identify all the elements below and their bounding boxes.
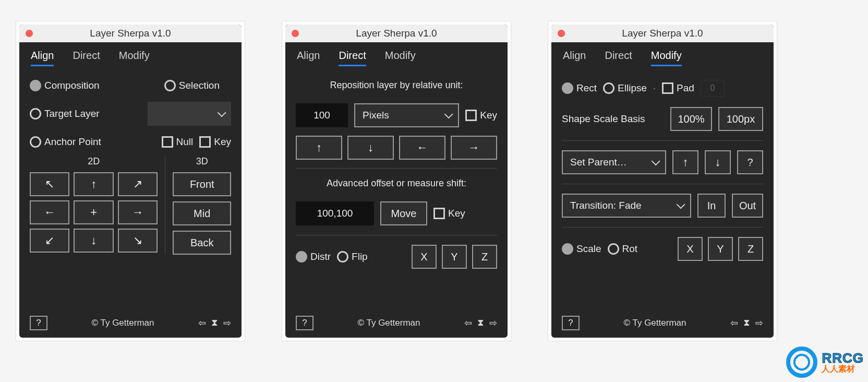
- move-button[interactable]: Move: [380, 201, 427, 225]
- align-sw-button[interactable]: ↙: [30, 229, 69, 253]
- arrow-se-icon: ↘: [133, 235, 142, 246]
- move-up-button[interactable]: ↑: [296, 136, 342, 160]
- tab-modify[interactable]: Modify: [385, 50, 416, 66]
- align-n-button[interactable]: ↑: [74, 172, 113, 196]
- credit: © Ty Getterman: [624, 318, 686, 328]
- check-key-advanced[interactable]: Key: [433, 208, 465, 219]
- help-button[interactable]: ?: [296, 316, 314, 330]
- move-down-button[interactable]: ↓: [347, 136, 394, 160]
- panel-direct: Layer Sherpa v1.0 Align Direct Modify Re…: [285, 25, 508, 338]
- check-pad[interactable]: Pad: [662, 82, 694, 94]
- axis-z-button[interactable]: Z: [738, 237, 763, 261]
- help-button[interactable]: ?: [30, 316, 47, 330]
- close-icon[interactable]: [26, 30, 33, 37]
- offset-input[interactable]: [296, 201, 374, 225]
- radio-icon: [603, 82, 614, 94]
- align-s-button[interactable]: ↓: [74, 229, 113, 253]
- nav-back-icon[interactable]: ⇦: [730, 317, 738, 329]
- axis-z-button[interactable]: Z: [472, 245, 497, 269]
- close-icon[interactable]: [292, 30, 299, 37]
- checkbox-icon: [199, 136, 211, 148]
- nav-forward-icon[interactable]: ⇨: [489, 317, 497, 329]
- radio-flip[interactable]: Flip: [337, 251, 368, 262]
- move-right-button[interactable]: →: [451, 136, 497, 160]
- parent-help-button[interactable]: ?: [737, 150, 763, 174]
- transition-select[interactable]: Transition: Fade: [562, 194, 691, 218]
- close-icon[interactable]: [558, 30, 565, 37]
- reposition-amount-input[interactable]: [296, 103, 348, 127]
- titlebar[interactable]: Layer Sherpa v1.0: [19, 25, 242, 42]
- nav-forward-icon[interactable]: ⇨: [223, 317, 231, 329]
- check-key[interactable]: Key: [199, 136, 231, 148]
- pad-value[interactable]: 0: [701, 80, 725, 97]
- watermark: RRCG 人人素材: [786, 347, 864, 362]
- unit-select[interactable]: Pixels: [354, 103, 459, 127]
- parent-down-button[interactable]: ↓: [705, 150, 731, 174]
- check-key-reposition[interactable]: Key: [465, 110, 497, 121]
- transition-out-button[interactable]: Out: [732, 194, 763, 218]
- target-layer-select[interactable]: [148, 102, 231, 126]
- tab-align[interactable]: Align: [563, 50, 586, 66]
- radio-target-layer[interactable]: Target Layer: [30, 108, 100, 120]
- axis-y-button[interactable]: Y: [442, 245, 467, 269]
- radio-composition[interactable]: Composition: [30, 80, 100, 91]
- help-button[interactable]: ?: [562, 316, 580, 330]
- panel-align: Layer Sherpa v1.0 Align Direct Modify Co…: [19, 25, 242, 338]
- scale-px-button[interactable]: 100px: [718, 107, 763, 131]
- tab-direct[interactable]: Direct: [605, 50, 632, 66]
- panel-modify-wrap: Layer Sherpa v1.0 Align Direct Modify Re…: [548, 21, 777, 341]
- scale-percent-button[interactable]: 100%: [670, 107, 712, 131]
- nav-forward-icon[interactable]: ⇨: [755, 317, 763, 329]
- tab-align[interactable]: Align: [31, 50, 54, 66]
- arrow-right-icon: →: [468, 142, 480, 153]
- watermark-logo-icon: [786, 347, 817, 362]
- check-null[interactable]: Null: [162, 136, 194, 148]
- radio-ellipse[interactable]: Ellipse: [603, 82, 647, 94]
- radio-icon: [608, 243, 619, 255]
- align-e-button[interactable]: →: [118, 200, 158, 224]
- titlebar[interactable]: Layer Sherpa v1.0: [285, 25, 508, 42]
- arrow-ne-icon: ↗: [133, 178, 142, 190]
- tab-align[interactable]: Align: [297, 50, 320, 66]
- arrow-s-icon: ↓: [91, 235, 97, 246]
- hourglass-icon[interactable]: ⧗: [477, 317, 484, 329]
- tab-bar: Align Direct Modify: [285, 42, 508, 69]
- axis-x-button[interactable]: X: [412, 245, 437, 269]
- tab-modify[interactable]: Modify: [651, 50, 682, 66]
- align-w-button[interactable]: ←: [30, 200, 69, 224]
- radio-distr[interactable]: Distr: [296, 251, 331, 262]
- nav-back-icon[interactable]: ⇦: [464, 317, 472, 329]
- radio-rect[interactable]: Rect: [562, 82, 597, 94]
- hourglass-icon[interactable]: ⧗: [211, 317, 218, 329]
- mid-button[interactable]: Mid: [173, 201, 231, 225]
- radio-scale[interactable]: Scale: [562, 243, 601, 255]
- radio-icon: [562, 82, 573, 94]
- front-button[interactable]: Front: [173, 172, 231, 196]
- align-nw-button[interactable]: ↖: [30, 172, 69, 196]
- axis-y-button[interactable]: Y: [708, 237, 733, 261]
- transition-in-button[interactable]: In: [697, 194, 726, 218]
- tab-modify[interactable]: Modify: [119, 50, 150, 66]
- parent-up-button[interactable]: ↑: [672, 150, 698, 174]
- tab-direct[interactable]: Direct: [339, 50, 366, 66]
- radio-selection[interactable]: Selection: [164, 80, 231, 91]
- align-c-button[interactable]: +: [74, 200, 113, 224]
- checkbox-icon: [162, 136, 173, 148]
- hourglass-icon[interactable]: ⧗: [743, 317, 750, 329]
- axis-x-button[interactable]: X: [678, 237, 703, 261]
- align-ne-button[interactable]: ↗: [118, 172, 158, 196]
- arrow-left-icon: ←: [417, 142, 428, 153]
- back-button[interactable]: Back: [173, 231, 231, 255]
- titlebar[interactable]: Layer Sherpa v1.0: [551, 25, 774, 42]
- checkbox-icon: [662, 82, 673, 94]
- col-3d: 3D Front Mid Back: [165, 156, 231, 255]
- nav-back-icon[interactable]: ⇦: [198, 317, 206, 329]
- radio-anchor-point[interactable]: Anchor Point: [30, 136, 101, 148]
- tab-bar: Align Direct Modify: [551, 42, 774, 69]
- radio-rot[interactable]: Rot: [608, 243, 638, 255]
- set-parent-select[interactable]: Set Parent…: [562, 150, 666, 174]
- align-se-button[interactable]: ↘: [118, 229, 158, 253]
- move-left-button[interactable]: ←: [399, 136, 445, 160]
- checkbox-icon: [433, 208, 445, 219]
- tab-direct[interactable]: Direct: [73, 50, 100, 66]
